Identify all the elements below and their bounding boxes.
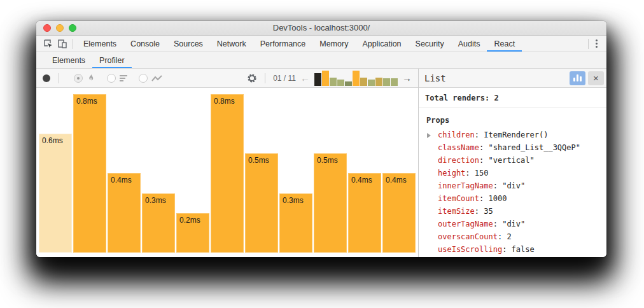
prop-key: itemSize <box>438 207 475 216</box>
more-options-icon[interactable] <box>592 39 601 48</box>
snapshot-thumb-5[interactable] <box>345 81 352 86</box>
record-icon[interactable] <box>43 74 50 82</box>
snapshot-thumb-4[interactable] <box>337 80 344 86</box>
commit-bar-label: 0.6ms <box>42 136 63 145</box>
tab-audits[interactable]: Audits <box>451 36 487 52</box>
commit-bar-9[interactable]: 0.5ms <box>314 153 347 253</box>
props-list: children: ItemRenderer()className: "shar… <box>419 129 606 257</box>
snapshot-thumb-7[interactable] <box>360 78 367 86</box>
divider <box>59 73 59 83</box>
tab-security[interactable]: Security <box>409 36 451 52</box>
subtab-profiler[interactable]: Profiler <box>92 52 132 68</box>
ranked-chart-icon <box>120 75 127 81</box>
prop-value: 2 <box>507 232 511 241</box>
commit-bar-label: 0.3ms <box>283 196 304 205</box>
devtools-tab-bar: ElementsConsoleSourcesNetworkPerformance… <box>36 36 606 52</box>
snapshot-thumb-10[interactable] <box>383 78 390 86</box>
main-tabs: ElementsConsoleSourcesNetworkPerformance… <box>76 36 522 52</box>
previous-snapshot-icon[interactable]: ← <box>300 73 310 83</box>
commit-bar-4[interactable]: 0.3ms <box>142 193 175 253</box>
prop-row-className: className: "shared_List__3QQeP" <box>419 141 606 154</box>
prop-key: itemCount <box>438 194 479 203</box>
profiler-toolbar: 01 / 11 ← → <box>36 69 418 88</box>
snapshot-thumb-1[interactable] <box>314 73 321 86</box>
interactions-icon <box>151 74 163 82</box>
snapshot-thumb-2[interactable] <box>322 71 329 86</box>
prop-value: "vertical" <box>488 156 534 165</box>
close-details-icon[interactable]: × <box>588 71 604 85</box>
tab-react[interactable]: React <box>487 36 522 52</box>
expand-triangle-icon[interactable] <box>427 133 431 138</box>
snapshot-thumb-3[interactable] <box>330 78 337 86</box>
commit-bar-1[interactable]: 0.6ms <box>39 134 72 253</box>
prop-key: innerTagName <box>438 181 493 190</box>
total-renders-value: 2 <box>494 94 498 102</box>
tab-sources[interactable]: Sources <box>167 36 210 52</box>
devtools-window: DevTools - localhost:3000/ ElementsConso… <box>36 21 606 257</box>
tab-elements[interactable]: Elements <box>76 36 123 52</box>
react-subtab-bar: ElementsProfiler <box>36 52 606 69</box>
prop-value: "div" <box>502 181 525 190</box>
titlebar: DevTools - localhost:3000/ <box>36 21 606 36</box>
flamegraph-radio[interactable] <box>74 74 83 83</box>
tab-network[interactable]: Network <box>210 36 253 52</box>
prop-key: outerTagName <box>438 220 493 228</box>
tab-console[interactable]: Console <box>123 36 167 52</box>
prop-row-overscanCount: overscanCount: 2 <box>419 230 606 243</box>
prop-value: ItemRenderer() <box>484 130 548 139</box>
component-details-body: Total renders: 2 Props children: ItemRen… <box>419 88 606 257</box>
device-toolbar-icon[interactable] <box>55 38 69 50</box>
subtab-elements[interactable]: Elements <box>45 52 92 68</box>
prop-row-innerTagName: innerTagName: "div" <box>419 179 606 192</box>
prop-value: "div" <box>502 220 525 228</box>
snapshot-thumb-8[interactable] <box>368 80 375 86</box>
snapshot-thumb-6[interactable] <box>353 71 360 86</box>
commit-bar-label: 0.4ms <box>111 176 132 185</box>
commit-bar-7[interactable]: 0.5ms <box>245 153 278 253</box>
commit-bar-label: 0.5ms <box>248 156 269 165</box>
prop-row-itemCount: itemCount: 1000 <box>419 192 606 205</box>
prop-key: height <box>438 169 465 178</box>
commit-bar-label: 0.4ms <box>351 176 372 185</box>
prop-row-children[interactable]: children: ItemRenderer() <box>419 129 606 141</box>
commit-bar-2[interactable]: 0.8ms <box>73 94 106 253</box>
commit-bar-8[interactable]: 0.3ms <box>279 193 312 253</box>
prop-key: children <box>438 130 475 139</box>
tab-application[interactable]: Application <box>355 36 408 52</box>
commit-bar-label: 0.2ms <box>179 216 200 225</box>
snapshot-thumbnails <box>314 71 398 86</box>
flame-icon <box>87 74 95 83</box>
inspect-element-icon[interactable] <box>41 38 55 50</box>
window-title: DevTools - localhost:3000/ <box>36 21 606 35</box>
prop-value: 1000 <box>488 194 507 203</box>
view-renders-chart-button[interactable] <box>570 71 585 85</box>
commit-bar-3[interactable]: 0.4ms <box>108 173 141 253</box>
tab-performance[interactable]: Performance <box>253 36 313 52</box>
bar-chart-icon <box>573 74 582 81</box>
component-header: List × <box>419 69 606 88</box>
commit-bar-label: 0.3ms <box>145 196 166 205</box>
ranked-radio[interactable] <box>107 74 116 83</box>
sub-tabs: ElementsProfiler <box>45 52 132 68</box>
prop-row-itemSize: itemSize: 35 <box>419 205 606 218</box>
prop-value: "shared_List__3QQeP" <box>488 143 580 152</box>
commit-bar-10[interactable]: 0.4ms <box>348 173 381 253</box>
prop-row-height: height: 150 <box>419 167 606 179</box>
commit-bar-11[interactable]: 0.4ms <box>382 173 416 253</box>
divider <box>588 39 589 49</box>
prop-key: useIsScrolling <box>438 245 502 254</box>
prop-key: direction <box>438 156 479 165</box>
next-snapshot-icon[interactable]: → <box>402 73 412 83</box>
prop-key: className <box>438 143 479 152</box>
gear-icon[interactable] <box>247 73 257 83</box>
divider <box>73 39 73 49</box>
component-name: List <box>424 73 567 83</box>
snapshot-thumb-11[interactable] <box>391 78 398 86</box>
snapshot-thumb-9[interactable] <box>375 78 382 86</box>
interactions-radio[interactable] <box>139 74 148 83</box>
tab-memory[interactable]: Memory <box>312 36 355 52</box>
prop-row-direction: direction: "vertical" <box>419 154 606 167</box>
commit-bar-5[interactable]: 0.2ms <box>176 213 209 253</box>
commit-bar-6[interactable]: 0.8ms <box>211 94 244 253</box>
prop-value: 150 <box>475 169 489 178</box>
